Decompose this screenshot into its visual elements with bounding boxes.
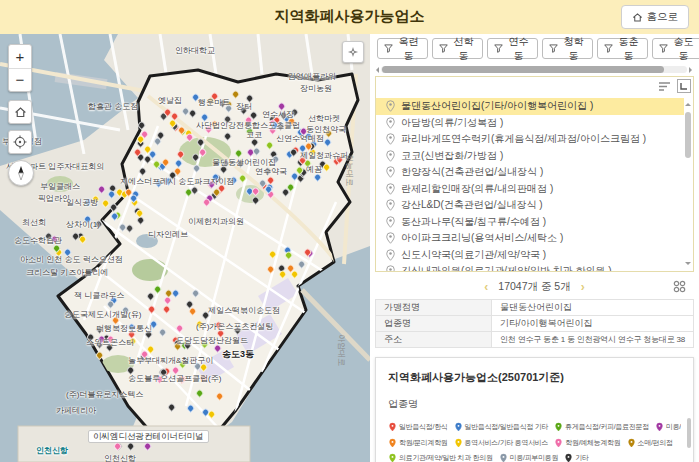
store-row[interactable]: 란제리할인매장(의류/내의판매점 )	[376, 181, 684, 198]
filter-icon	[494, 44, 503, 53]
category-pin-icon	[628, 438, 635, 447]
store-row[interactable]: 아이파크크리닝(용역서비스/세탁소 )	[376, 230, 684, 247]
district-tab-2[interactable]: 연수동	[487, 38, 538, 59]
store-row[interactable]: 파리바게뜨연수럭키(휴게음식점/제과점/아이스크림점 )	[376, 131, 684, 148]
detail-value: 기타/아이행복어린이집	[492, 316, 694, 332]
sort-icon[interactable]	[658, 81, 672, 92]
detail-row: 가맹점명물댄동산어린이집	[376, 300, 694, 316]
vscroll-thumb[interactable]	[685, 112, 691, 158]
legend-item: 소매/편의점	[627, 437, 673, 449]
store-row-label: 김신내과의원(의료기관/제약/일반 치과 한의원 )	[401, 264, 612, 272]
page-title: 지역화폐사용가능업소	[0, 7, 699, 26]
store-row-label: 아이파크크리닝(용역서비스/세탁소 )	[401, 231, 563, 245]
store-row[interactable]: 아담방(의류/기성복점 )	[376, 115, 684, 132]
legend-scrollbar-thumb[interactable]	[687, 418, 691, 448]
detail-label: 업종명	[376, 316, 492, 332]
tab-label: 선학동	[451, 35, 476, 63]
filter-icon	[659, 44, 668, 53]
store-row-label: 코코(신변잡화/가방점 )	[401, 149, 503, 163]
legend-item-label: 용역서비스/기타 용역서비스	[465, 437, 549, 449]
legend-item: 미용/피부미용원	[499, 452, 559, 462]
pagination: ‹ 17047개 중 5개 ›	[375, 279, 694, 295]
store-row[interactable]: 코코(신변잡화/가방점 )	[376, 148, 684, 165]
category-pin-icon	[500, 454, 507, 462]
pin-icon	[386, 265, 395, 272]
hscroll-thumb[interactable]	[382, 66, 664, 73]
header: 지역화폐사용가능업소 홈으로	[0, 0, 699, 34]
legend-card: 지역화폐사용가능업소(250701기준) 업종명 일반음식점/한식일반음식점/일…	[375, 357, 694, 462]
view-grid-icon[interactable]	[673, 280, 686, 293]
store-row-label: 파리바게뜨연수럭키(휴게음식점/제과점/아이스크림점 )	[401, 132, 646, 146]
zoom-in-button[interactable]: +	[9, 45, 31, 68]
compass-control[interactable]	[8, 160, 34, 186]
store-row[interactable]: 물댄동산어린이집(기타/아이행복어린이집 )	[376, 98, 684, 115]
legend-row: 일반음식점/한식일반음식점/일반음식점 기타휴게음식점/커피/음료전문점미용/미…	[388, 421, 681, 437]
legend-item-label: 일반음식점/일반음식점 기타	[465, 421, 549, 433]
expand-icon[interactable]	[677, 79, 691, 93]
legend-item-label: 소매/편의점	[638, 437, 673, 449]
pin-icon	[386, 199, 395, 211]
hscroll-track[interactable]	[381, 66, 687, 73]
detail-label: 가맹점명	[376, 300, 492, 316]
tab-label: 송도동	[671, 35, 696, 63]
store-row-label: 신도시약국(의료기관/제약/약국 )	[401, 248, 546, 262]
horizontal-scrollbar[interactable]	[373, 65, 695, 74]
detail-row: 업종명기타/아이행복어린이집	[376, 316, 694, 332]
scroll-up-icon[interactable]	[685, 100, 691, 106]
store-row[interactable]: 신도시약국(의료기관/제약/약국 )	[376, 247, 684, 264]
scroll-down-icon[interactable]	[685, 262, 691, 268]
pin-icon	[386, 150, 395, 162]
home-icon	[14, 106, 27, 119]
store-row[interactable]: 한양장식(건축관련업/실내장식 )	[376, 164, 684, 181]
locate-button[interactable]	[8, 130, 32, 154]
store-row[interactable]: 김신내과의원(의료기관/제약/일반 치과 한의원 )	[376, 263, 684, 272]
home-button[interactable]: 홈으로	[621, 5, 690, 29]
pin-icon	[386, 117, 395, 129]
store-row[interactable]: 강산L&D(건축관련업/실내장식 )	[376, 197, 684, 214]
pin-icon	[386, 216, 395, 228]
map-tool-button[interactable]	[342, 41, 364, 63]
legend-item-label: 의료기관/제약/일반 치과 한의원	[399, 452, 493, 462]
home-icon	[632, 12, 643, 23]
legend-row: 의료기관/제약/일반 치과 한의원미용/피부미용원기타	[388, 452, 681, 462]
legend-item-label: 휴게음식점/커피/음료전문점	[565, 421, 649, 433]
detail-value: 인천 연수구 동춘 1 동 인천광역시 연수구 청능대로 38	[492, 332, 694, 348]
district-tab-4[interactable]: 동춘동	[597, 38, 648, 59]
next-page-button[interactable]: ›	[581, 281, 585, 293]
home-button-label: 홈으로	[647, 10, 679, 24]
store-detail-table: 가맹점명물댄동산어린이집업종명기타/아이행복어린이집주소인천 연수구 동춘 1 …	[375, 299, 694, 348]
store-row-label: 한양장식(건축관련업/실내장식 )	[401, 165, 543, 179]
district-tab-0[interactable]: 옥련동	[377, 38, 428, 59]
vertical-scrollbar[interactable]	[685, 98, 692, 270]
scroll-right-icon[interactable]	[689, 67, 695, 73]
compass-rose-icon	[346, 45, 360, 59]
category-pin-icon	[656, 423, 663, 432]
store-row[interactable]: 동산과나무(직물/침구류/수예점 )	[376, 214, 684, 231]
target-icon	[13, 135, 27, 149]
filter-icon	[549, 44, 558, 53]
scroll-left-icon[interactable]	[373, 67, 379, 73]
app-window: 지역화폐사용가능업소 홈으로	[0, 0, 699, 462]
legend-items: 일반음식점/한식일반음식점/일반음식점 기타휴게음식점/커피/음료전문점미용/미…	[388, 421, 681, 462]
zoom-out-button[interactable]: −	[9, 68, 31, 91]
district-tab-3[interactable]: 청학동	[542, 38, 593, 59]
store-row-label: 란제리할인매장(의류/내의판매점 )	[401, 182, 553, 196]
district-tab-1[interactable]: 선학동	[432, 38, 483, 59]
district-tab-5[interactable]: 송도동	[652, 38, 699, 59]
map-canvas[interactable]: 부두운영점인하대학교함흥관 송도점옛날집행운마트장터김영애플라워장미농원연수시장…	[0, 34, 370, 462]
legend-item: 의료기관/제약/일반 치과 한의원	[388, 452, 493, 462]
map-home-button[interactable]	[8, 100, 32, 124]
legend-item-label: 미용/피부미용원	[510, 452, 559, 462]
pin-icon	[386, 166, 395, 178]
tab-label: 동춘동	[616, 35, 641, 63]
store-row-label: 아담방(의류/기성복점 )	[401, 116, 503, 130]
legend-item: 휴게음식점/커피/음료전문점	[554, 421, 649, 433]
category-pin-icon	[555, 438, 562, 447]
store-row-label: 동산과나무(직물/침구류/수예점 )	[401, 215, 546, 229]
store-row-label: 물댄동산어린이집(기타/아이행복어린이집 )	[401, 99, 593, 113]
filter-icon	[384, 44, 393, 53]
legend-item-label: 일반음식점/한식	[399, 421, 448, 433]
compass-needle-icon	[12, 164, 30, 182]
prev-page-button[interactable]: ‹	[484, 281, 488, 293]
side-panel: 옥련동선학동연수동청학동동춘동송도동 물댄동산어린이집(기타/아이행복어린이집 …	[370, 34, 699, 462]
